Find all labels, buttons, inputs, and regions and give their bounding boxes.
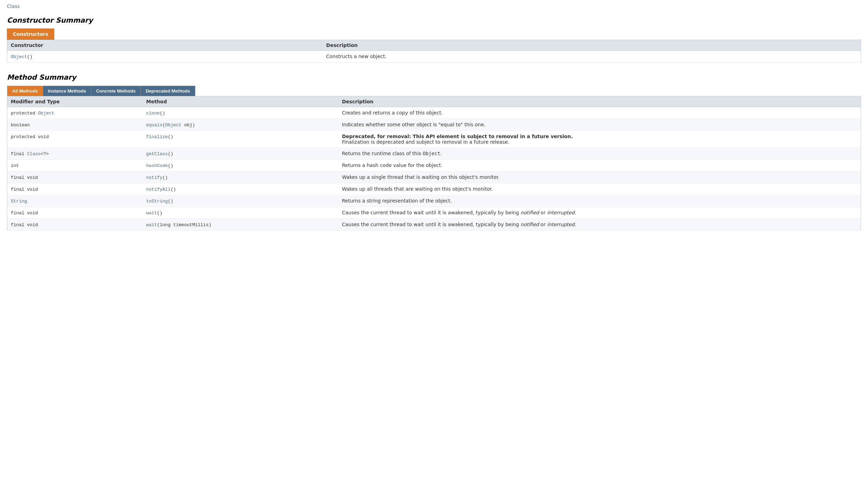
finalize-suffix: () bbox=[168, 134, 174, 140]
constructors-tab-bar: Constructors bbox=[7, 29, 861, 40]
modifier-type-header: Modifier and Type bbox=[7, 96, 143, 107]
modifier-cell: String bbox=[7, 195, 143, 207]
table-row: protected Object clone() Creates and ret… bbox=[7, 107, 861, 119]
method-cell: hashCode() bbox=[143, 160, 338, 172]
notify-description: Wakes up a single thread that is waiting… bbox=[338, 172, 861, 183]
getclass-link[interactable]: getClass bbox=[146, 151, 168, 157]
constructor-col-header: Constructor bbox=[7, 40, 323, 51]
method-summary-section: Method Summary All Methods Instance Meth… bbox=[7, 73, 861, 231]
table-row: final void wait(long timeoutMillis) Caus… bbox=[7, 219, 861, 231]
equals-description: Indicates whether some other object is "… bbox=[338, 119, 861, 131]
modifier-cell: int bbox=[7, 160, 143, 172]
finalize-description: Deprecated, for removal: This API elemen… bbox=[338, 131, 861, 148]
modifier-cell: final void bbox=[7, 172, 143, 183]
notify-link[interactable]: notify bbox=[146, 175, 162, 180]
table-row: String toString() Returns a string repre… bbox=[7, 195, 861, 207]
getclass-description: Returns the runtime class of this Object… bbox=[338, 148, 861, 160]
object-code-inline: Object bbox=[423, 151, 441, 156]
tab-all-methods[interactable]: All Methods bbox=[7, 86, 43, 96]
modifier-cell: protected void bbox=[7, 131, 143, 148]
breadcrumb-class-link[interactable]: Class bbox=[7, 3, 20, 9]
wait-suffix: () bbox=[157, 210, 162, 216]
string-type-link[interactable]: String bbox=[11, 199, 27, 204]
tostring-suffix: () bbox=[168, 199, 174, 204]
modifier-final: final bbox=[11, 151, 27, 157]
constructor-description-cell: Constructs a new object. bbox=[323, 51, 861, 63]
modifier-cell: final void bbox=[7, 207, 143, 219]
modifier-cell: protected Object bbox=[7, 107, 143, 119]
clone-description: Creates and returns a copy of this objec… bbox=[338, 107, 861, 119]
table-row: final void notifyAll() Wakes up all thre… bbox=[7, 183, 861, 195]
method-cell: notifyAll() bbox=[143, 183, 338, 195]
modifier-text: final void bbox=[11, 175, 38, 180]
notifyall-link[interactable]: notifyAll bbox=[146, 187, 170, 192]
object-constructor-link[interactable]: Object bbox=[11, 54, 27, 59]
method-cell: toString() bbox=[143, 195, 338, 207]
wait-description: Causes the current thread to wait until … bbox=[338, 207, 861, 219]
table-row: boolean equals(Object obj) Indicates whe… bbox=[7, 119, 861, 131]
modifier-text: protected void bbox=[11, 134, 49, 140]
modifier-cell: final Class<?> bbox=[7, 148, 143, 160]
notified-italic: notified bbox=[521, 210, 539, 215]
method-header: Method bbox=[143, 96, 338, 107]
tostring-link[interactable]: toString bbox=[146, 199, 168, 204]
description-header: Description bbox=[338, 96, 861, 107]
modifier-text: final void bbox=[11, 222, 38, 228]
modifier-text: final void bbox=[11, 210, 38, 216]
wait-timeout-link[interactable]: wait bbox=[146, 222, 157, 228]
notify-suffix: () bbox=[162, 175, 168, 180]
table-row: int hashCode() Returns a hash code value… bbox=[7, 160, 861, 172]
deprecated-bold: Deprecated, for removal: This API elemen… bbox=[342, 134, 573, 139]
clone-link[interactable]: clone bbox=[146, 111, 160, 116]
constructor-cell: Object() bbox=[7, 51, 323, 63]
constructor-summary-section: Constructor Summary Constructors Constru… bbox=[7, 16, 861, 63]
wait-timeout-suffix: (long timeoutMillis) bbox=[157, 222, 211, 228]
finalize-link[interactable]: finalize bbox=[146, 134, 168, 140]
wait-timeout-description: Causes the current thread to wait until … bbox=[338, 219, 861, 231]
class-type-link[interactable]: Class bbox=[27, 151, 41, 157]
method-cell: finalize() bbox=[143, 131, 338, 148]
equals-object-link[interactable]: Object bbox=[165, 122, 182, 128]
constructor-summary-title: Constructor Summary bbox=[7, 16, 861, 24]
tab-instance-methods[interactable]: Instance Methods bbox=[43, 86, 91, 96]
tostring-description: Returns a string representation of the o… bbox=[338, 195, 861, 207]
class-generic: <?> bbox=[41, 151, 49, 157]
modifier-text: protected bbox=[11, 111, 38, 116]
wait-link[interactable]: wait bbox=[146, 210, 157, 216]
modifier-text: final void bbox=[11, 187, 38, 192]
interrupted-italic2: interrupted bbox=[547, 222, 574, 227]
method-tabs-bar: All Methods Instance Methods Concrete Me… bbox=[7, 86, 861, 96]
hashcode-description: Returns a hash code value for the object… bbox=[338, 160, 861, 172]
method-cell: getClass() bbox=[143, 148, 338, 160]
equals-link[interactable]: equals bbox=[146, 122, 162, 128]
constructor-parens: () bbox=[27, 54, 33, 59]
notifyall-description: Wakes up all threads that are waiting on… bbox=[338, 183, 861, 195]
method-cell: wait() bbox=[143, 207, 338, 219]
method-table: Modifier and Type Method Description pro… bbox=[7, 96, 861, 231]
method-cell: notify() bbox=[143, 172, 338, 183]
table-row: protected void finalize() Deprecated, fo… bbox=[7, 131, 861, 148]
method-tabs-wrapper: All Methods Instance Methods Concrete Me… bbox=[7, 86, 195, 96]
tab-concrete-methods[interactable]: Concrete Methods bbox=[91, 86, 140, 96]
method-cell: wait(long timeoutMillis) bbox=[143, 219, 338, 231]
notifyall-suffix: () bbox=[170, 187, 176, 192]
constructors-tab[interactable]: Constructors bbox=[7, 29, 54, 40]
hashcode-suffix: () bbox=[168, 163, 174, 168]
object-type-link[interactable]: Object bbox=[38, 111, 54, 116]
description-col-header: Description bbox=[323, 40, 861, 51]
method-cell: clone() bbox=[143, 107, 338, 119]
table-row: final void notify() Wakes up a single th… bbox=[7, 172, 861, 183]
finalize-desc-normal: Finalization is deprecated and subject t… bbox=[342, 139, 509, 145]
table-row: Object() Constructs a new object. bbox=[7, 51, 861, 63]
method-summary-title: Method Summary bbox=[7, 73, 861, 81]
tab-deprecated-methods[interactable]: Deprecated Methods bbox=[141, 86, 195, 96]
getclass-suffix: () bbox=[168, 151, 174, 157]
equals-suffix: obj) bbox=[182, 122, 195, 128]
hashcode-link[interactable]: hashCode bbox=[146, 163, 168, 168]
table-row: final Class<?> getClass() Returns the ru… bbox=[7, 148, 861, 160]
modifier-cell: final void bbox=[7, 183, 143, 195]
method-cell: equals(Object obj) bbox=[143, 119, 338, 131]
table-row: final void wait() Causes the current thr… bbox=[7, 207, 861, 219]
modifier-cell: final void bbox=[7, 219, 143, 231]
modifier-text: boolean bbox=[11, 122, 30, 128]
